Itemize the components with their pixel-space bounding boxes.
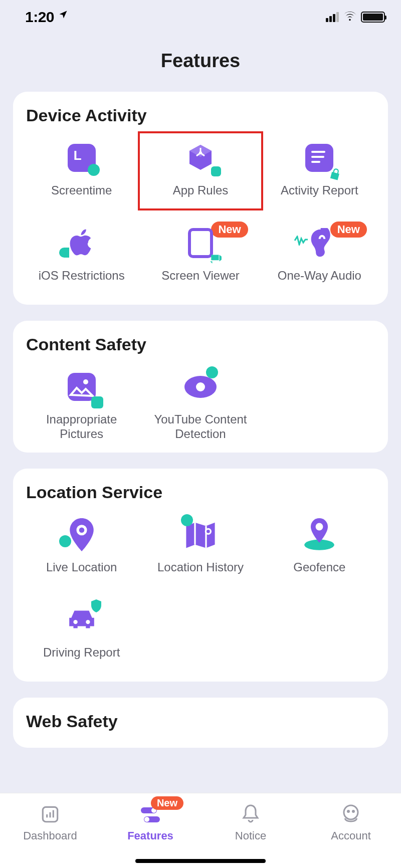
location-arrow-icon bbox=[58, 10, 68, 23]
svg-point-6 bbox=[196, 382, 205, 391]
account-icon bbox=[339, 803, 363, 825]
status-left: 1:20 bbox=[25, 9, 68, 26]
feature-label: Live Location bbox=[46, 560, 117, 575]
svg-point-4 bbox=[83, 379, 88, 384]
home-indicator[interactable] bbox=[135, 859, 266, 863]
tab-dashboard[interactable]: Dashboard bbox=[0, 803, 100, 842]
svg-point-14 bbox=[86, 620, 90, 624]
app-rules-icon bbox=[183, 140, 218, 175]
feature-label: Location History bbox=[157, 560, 244, 575]
feature-label: Driving Report bbox=[43, 645, 120, 660]
svg-point-25 bbox=[353, 811, 354, 812]
feature-screentime[interactable]: L Screentime bbox=[22, 133, 141, 208]
tab-label: Notice bbox=[235, 829, 266, 842]
tab-notice[interactable]: Notice bbox=[200, 803, 301, 842]
feature-label: One-Way Audio bbox=[278, 269, 361, 283]
feature-live-location[interactable]: Live Location bbox=[22, 510, 141, 585]
section-title: Web Safety bbox=[26, 712, 379, 731]
tab-label: Features bbox=[127, 829, 173, 842]
screentime-icon: L bbox=[64, 140, 99, 175]
car-icon bbox=[64, 602, 99, 637]
section-title: Content Safety bbox=[26, 335, 379, 354]
status-bar: 1:20 bbox=[0, 0, 401, 30]
activity-report-icon bbox=[302, 140, 337, 175]
svg-point-12 bbox=[316, 523, 323, 530]
section-device-activity: Device Activity L Screentime App Rules bbox=[13, 92, 388, 305]
ear-icon bbox=[302, 226, 337, 261]
eye-icon bbox=[183, 369, 218, 404]
feature-label: Geofence bbox=[293, 560, 345, 575]
tab-label: Account bbox=[331, 829, 371, 842]
map-icon bbox=[183, 517, 218, 552]
screen-viewer-icon bbox=[183, 226, 218, 261]
picture-icon bbox=[64, 369, 99, 404]
feature-activity-report[interactable]: Activity Report bbox=[260, 133, 379, 208]
feature-label: iOS Restrictions bbox=[39, 269, 125, 283]
feature-location-history[interactable]: Location History bbox=[141, 510, 260, 585]
svg-point-23 bbox=[344, 805, 358, 819]
svg-point-22 bbox=[144, 817, 149, 822]
feature-app-rules[interactable]: App Rules bbox=[141, 133, 260, 208]
section-content-safety: Content Safety Inappropriate Pictures Yo… bbox=[13, 321, 388, 453]
svg-point-13 bbox=[73, 620, 77, 624]
section-title: Device Activity bbox=[26, 106, 379, 125]
svg-point-8 bbox=[79, 527, 84, 533]
tab-bar: Dashboard New Features Notice Account bbox=[0, 793, 401, 868]
battery-icon bbox=[361, 12, 385, 23]
feature-driving-report[interactable]: Driving Report bbox=[22, 595, 141, 671]
feature-inappropriate-pictures[interactable]: Inappropriate Pictures bbox=[22, 362, 141, 442]
feature-label: Screen Viewer bbox=[161, 269, 240, 283]
svg-point-24 bbox=[348, 811, 349, 812]
location-pin-icon bbox=[64, 517, 99, 552]
tab-account[interactable]: Account bbox=[301, 803, 401, 842]
geofence-icon bbox=[302, 517, 337, 552]
tab-label: Dashboard bbox=[23, 829, 77, 842]
status-right bbox=[326, 11, 385, 24]
section-title: Location Service bbox=[26, 483, 379, 502]
feature-label: YouTube Content Detection bbox=[150, 412, 251, 442]
feature-label: Inappropriate Pictures bbox=[32, 412, 132, 442]
bell-icon bbox=[239, 803, 263, 825]
section-web-safety: Web Safety bbox=[13, 698, 388, 748]
status-time: 1:20 bbox=[25, 9, 54, 26]
apple-icon bbox=[64, 226, 99, 261]
feature-one-way-audio[interactable]: New One-Way Audio bbox=[260, 219, 379, 294]
feature-geofence[interactable]: Geofence bbox=[260, 510, 379, 585]
svg-point-10 bbox=[207, 530, 210, 533]
feature-screen-viewer[interactable]: New Screen Viewer bbox=[141, 219, 260, 294]
wifi-icon bbox=[343, 11, 357, 24]
new-badge: New bbox=[151, 796, 183, 810]
feature-youtube-detection[interactable]: YouTube Content Detection bbox=[141, 362, 260, 442]
dashboard-icon bbox=[38, 803, 62, 825]
tab-features[interactable]: New Features bbox=[100, 803, 200, 842]
feature-ios-restrictions[interactable]: iOS Restrictions bbox=[22, 219, 141, 294]
feature-label: Activity Report bbox=[281, 183, 358, 198]
section-location-service: Location Service Live Location Location … bbox=[13, 469, 388, 682]
page-title: Features bbox=[0, 50, 401, 72]
cellular-signal-icon bbox=[326, 12, 339, 22]
feature-label: Screentime bbox=[51, 183, 112, 198]
